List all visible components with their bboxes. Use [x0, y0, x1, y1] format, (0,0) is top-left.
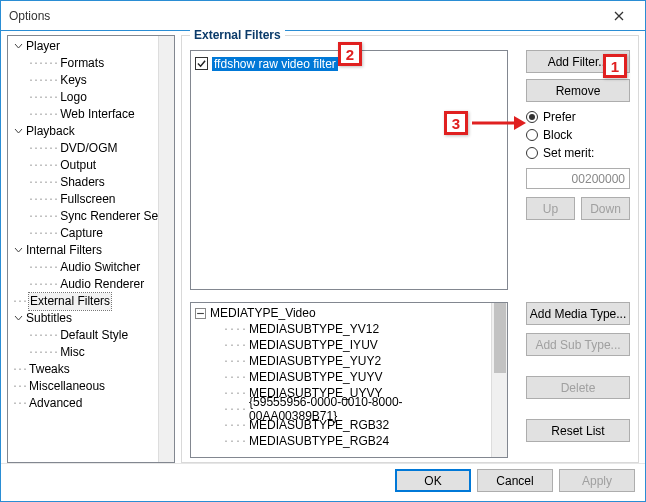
radio-setmerit[interactable]: Set merit:: [526, 144, 630, 162]
filter-list[interactable]: ffdshow raw video filter: [190, 50, 508, 290]
chevron-down-icon[interactable]: [12, 245, 24, 257]
titlebar: Options: [1, 1, 645, 31]
tree-item-output[interactable]: Output: [60, 157, 96, 174]
subtype-item[interactable]: MEDIASUBTYPE_RGB32: [249, 418, 389, 432]
external-filters-group: External Filters ffdshow raw video filte…: [181, 35, 639, 463]
subtype-item[interactable]: MEDIASUBTYPE_YV12: [249, 322, 379, 336]
tree-item-capture[interactable]: Capture: [60, 225, 103, 242]
checkbox-checked-icon[interactable]: [195, 57, 208, 70]
nav-tree[interactable]: Player ······Formats ······Keys ······Lo…: [7, 35, 175, 463]
tree-item-keys[interactable]: Keys: [60, 72, 87, 89]
tree-scrollbar[interactable]: [158, 36, 174, 462]
close-button[interactable]: [599, 5, 639, 27]
tree-item-fullscreen[interactable]: Fullscreen: [60, 191, 115, 208]
chevron-down-icon[interactable]: [12, 126, 24, 138]
tree-item-external-filters[interactable]: External Filters: [29, 293, 111, 310]
tree-item-dvdogm[interactable]: DVD/OGM: [60, 140, 117, 157]
down-button[interactable]: Down: [581, 197, 630, 220]
tree-item-internal-filters[interactable]: Internal Filters: [26, 242, 102, 259]
annotation-callout-1: 1: [603, 54, 627, 78]
add-media-type-button[interactable]: Add Media Type...: [526, 302, 630, 325]
svg-marker-2: [514, 116, 526, 130]
subtype-root-label[interactable]: MEDIATYPE_Video: [210, 306, 316, 320]
add-sub-type-button[interactable]: Add Sub Type...: [526, 333, 630, 356]
tree-item-syncrenderer[interactable]: Sync Renderer Settings: [60, 208, 158, 225]
tree-item-formats[interactable]: Formats: [60, 55, 104, 72]
tree-item-shaders[interactable]: Shaders: [60, 174, 105, 191]
tree-item-audio-renderer[interactable]: Audio Renderer: [60, 276, 144, 293]
tree-item-audio-switcher[interactable]: Audio Switcher: [60, 259, 140, 276]
subtype-item[interactable]: MEDIASUBTYPE_RGB24: [249, 434, 389, 448]
tree-item-misc[interactable]: Misc: [60, 344, 85, 361]
tree-item-miscellaneous[interactable]: Miscellaneous: [29, 378, 105, 395]
minus-box-icon[interactable]: [195, 308, 206, 319]
annotation-callout-2: 2: [338, 42, 362, 66]
filter-item-label[interactable]: ffdshow raw video filter: [212, 57, 338, 71]
annotation-arrow-icon: [468, 110, 528, 136]
radio-prefer[interactable]: Prefer: [526, 108, 630, 126]
tree-item-subtitles[interactable]: Subtitles: [26, 310, 72, 327]
priority-radiogroup: Prefer Block Set merit:: [526, 108, 630, 162]
up-button[interactable]: Up: [526, 197, 575, 220]
tree-item-defaultstyle[interactable]: Default Style: [60, 327, 128, 344]
subtype-item[interactable]: MEDIASUBTYPE_YUYV: [249, 370, 382, 384]
subtype-item[interactable]: MEDIASUBTYPE_IYUV: [249, 338, 378, 352]
remove-button[interactable]: Remove: [526, 79, 630, 102]
chevron-down-icon[interactable]: [12, 313, 24, 325]
chevron-down-icon[interactable]: [12, 41, 24, 53]
reset-list-button[interactable]: Reset List: [526, 419, 630, 442]
tree-item-advanced[interactable]: Advanced: [29, 395, 82, 412]
subtype-tree[interactable]: MEDIATYPE_Video ····MEDIASUBTYPE_YV12 ··…: [190, 302, 508, 458]
radio-block[interactable]: Block: [526, 126, 630, 144]
group-title: External Filters: [190, 28, 285, 42]
annotation-callout-3: 3: [444, 111, 468, 135]
cancel-button[interactable]: Cancel: [477, 469, 553, 492]
subtype-scrollbar[interactable]: [491, 303, 507, 457]
tree-item-webinterface[interactable]: Web Interface: [60, 106, 134, 123]
delete-button[interactable]: Delete: [526, 376, 630, 399]
dialog-footer: OK Cancel Apply: [1, 463, 645, 497]
merit-input[interactable]: 00200000: [526, 168, 630, 189]
subtype-item[interactable]: MEDIASUBTYPE_YUY2: [249, 354, 381, 368]
tree-item-logo[interactable]: Logo: [60, 89, 87, 106]
ok-button[interactable]: OK: [395, 469, 471, 492]
tree-item-tweaks[interactable]: Tweaks: [29, 361, 70, 378]
radio-icon: [526, 147, 538, 159]
tree-item-player[interactable]: Player: [26, 38, 60, 55]
window-title: Options: [9, 9, 599, 23]
apply-button[interactable]: Apply: [559, 469, 635, 492]
tree-item-playback[interactable]: Playback: [26, 123, 75, 140]
